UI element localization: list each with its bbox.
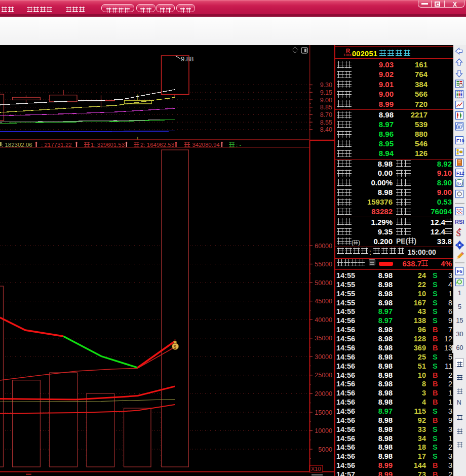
svg-text:9.88: 9.88 — [181, 55, 193, 63]
svg-text:: 342080.94: : 342080.94 — [189, 142, 220, 148]
svg-text:: 182302.06: : 182302.06 — [2, 142, 32, 148]
svg-text:S: S — [456, 229, 461, 237]
svg-text:25000: 25000 — [315, 372, 332, 379]
svg-text:10000: 10000 — [315, 427, 332, 434]
svg-text:15000: 15000 — [315, 409, 332, 416]
svg-text:: -: : - — [236, 142, 241, 148]
svg-text:35000: 35000 — [315, 335, 332, 342]
svg-text:: 217731.22: : 217731.22 — [41, 142, 72, 148]
svg-text:F12: F12 — [456, 171, 464, 176]
svg-text:50000: 50000 — [315, 280, 332, 287]
svg-text:9.00: 9.00 — [320, 97, 332, 104]
svg-text:9.15: 9.15 — [320, 89, 332, 96]
svg-text:F10: F10 — [456, 138, 464, 143]
svg-text:20000: 20000 — [315, 390, 332, 398]
svg-text:f(x): f(x) — [457, 181, 463, 186]
svg-text:45000: 45000 — [315, 298, 332, 305]
svg-text:5000: 5000 — [318, 446, 332, 453]
svg-text:30: 30 — [456, 331, 463, 338]
svg-text:8.85: 8.85 — [320, 104, 332, 111]
svg-text:2: 164962.53: 2: 164962.53 — [140, 142, 174, 148]
svg-text:15: 15 — [456, 317, 463, 324]
svg-text:1: 1 — [458, 290, 461, 297]
svg-text:8.40: 8.40 — [320, 126, 332, 133]
svg-text:F5: F5 — [457, 269, 462, 274]
svg-text:30000: 30000 — [315, 353, 332, 361]
svg-text:60: 60 — [456, 344, 463, 351]
svg-text:8.55: 8.55 — [320, 119, 332, 126]
svg-text:5: 5 — [458, 303, 461, 310]
svg-text:1: 329601.53: 1: 329601.53 — [91, 142, 125, 148]
svg-text:X10: X10 — [311, 466, 321, 472]
svg-text:55000: 55000 — [315, 261, 332, 268]
svg-text:40000: 40000 — [315, 316, 332, 324]
svg-text:9.30: 9.30 — [320, 82, 332, 89]
svg-text:$: $ — [174, 344, 177, 350]
svg-text:8.70: 8.70 — [320, 111, 332, 118]
svg-text:60000: 60000 — [315, 243, 332, 250]
svg-text:RSI: RSI — [455, 219, 464, 225]
